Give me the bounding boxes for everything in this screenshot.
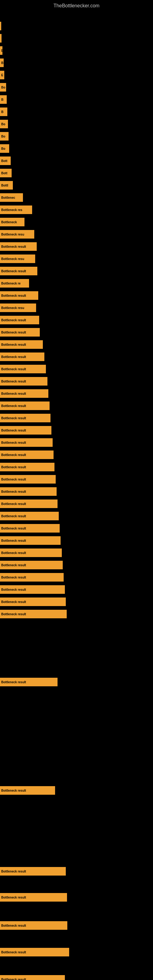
bar-row: Bo <box>0 118 153 130</box>
bar-label: B <box>1 110 3 114</box>
bar-label: Bottleneck result <box>1 588 26 591</box>
bar: Bottleneck result <box>0 561 63 569</box>
bar-row: Bo <box>0 81 153 94</box>
bar-label: Bottleneck result <box>1 453 26 457</box>
bar-label: Bottleneck result <box>1 514 26 518</box>
bar: Bottleneck result <box>0 365 46 373</box>
bar-row: Bott <box>0 167 153 179</box>
bar: Bo <box>0 144 9 153</box>
bar-row: E <box>0 69 153 81</box>
bar-row: Bottleneck result <box>0 265 153 277</box>
bar-label: B <box>1 61 3 65</box>
bar-row: Bottleneck result <box>0 891 153 904</box>
bar-row <box>0 32 153 45</box>
bar: Bottleneck resu <box>0 255 35 263</box>
bar-row: Bottleneck result <box>0 412 153 424</box>
bar: Bottleneck re <box>0 279 29 288</box>
bar-row: Bottleneck resu <box>0 302 153 314</box>
bar: Bottleneck <box>0 218 24 226</box>
bar-label: Bottleneck result <box>1 563 26 567</box>
bar-label: Bottleneck re <box>1 282 21 285</box>
bar-row: Bottleneck resu <box>0 228 153 240</box>
bar-row: Bottleneck result <box>0 461 153 473</box>
bar-label: Bottleneck result <box>1 404 26 407</box>
bar-label: Bottleneck result <box>1 490 26 493</box>
bar-label: Bottleneck result <box>1 318 26 322</box>
bar-label: Bottleneck result <box>1 951 26 954</box>
bar: B <box>0 108 7 116</box>
bar <box>0 34 2 43</box>
bar: Bottleneck resu <box>0 304 36 312</box>
bar-row: B <box>0 57 153 69</box>
bar-label: Bo <box>1 147 5 150</box>
bar: Bottleneck result <box>0 921 67 930</box>
bar-label: Bottleneck result <box>1 612 26 616</box>
bar: Bottleneck result <box>0 291 38 300</box>
bar-label: Bottleneck result <box>1 368 26 371</box>
bar-row: Bottleneck res <box>0 204 153 216</box>
bar-label: Bottleneck result <box>1 870 26 873</box>
bar-label: Bottleneck result <box>1 343 26 346</box>
bar-row: B <box>0 94 153 106</box>
bar: Bottleneck result <box>0 500 57 508</box>
bar: B <box>0 59 4 67</box>
bar: Bo <box>0 120 8 128</box>
bar: Bottleneck result <box>0 524 60 533</box>
bar: Bo <box>0 83 6 92</box>
bar: Bottleneck result <box>0 401 49 410</box>
bar-label: Bottleneck resu <box>1 233 24 236</box>
bar-label: Bottleneck result <box>1 355 26 359</box>
bar: Bottleneck result <box>0 512 59 520</box>
bar-label: Bottleneck result <box>1 245 26 248</box>
bar: Bott <box>0 156 11 165</box>
bar-label: Bottleneck result <box>1 478 26 481</box>
bar-row: Bottleneck result <box>0 424 153 436</box>
bar: Bottleneck resu <box>0 230 34 239</box>
bar-label: Bottleneck result <box>1 441 26 444</box>
bar-label: Bottleneck result <box>1 978 26 980</box>
bar-label: Bo <box>1 86 5 89</box>
bar: Bottleneck result <box>0 328 40 337</box>
bar: Bottleneck result <box>0 267 37 275</box>
site-title: TheBottlenecker.com <box>0 1 153 11</box>
bar-row: B <box>0 106 153 118</box>
bar-row: Bottleneck result <box>0 920 153 932</box>
bar: Bottleneck result <box>0 867 66 875</box>
bar: Bottleneck res <box>0 205 32 214</box>
bar-row: Bottleneck result <box>0 547 153 559</box>
bar: Bottleneck result <box>0 948 69 956</box>
bar: Bottleneck result <box>0 975 65 980</box>
bar: Bottleneck result <box>0 610 67 618</box>
bar-row: Bottleneck result <box>0 326 153 339</box>
bar: Bottleneck result <box>0 549 62 557</box>
bar-label: E <box>1 73 3 77</box>
bar-row: Bottleneck result <box>0 339 153 351</box>
bar <box>0 22 1 30</box>
bar: Bottleneck result <box>0 426 51 434</box>
bar-label: Bottleneck result <box>1 681 26 684</box>
bar: Bottleneck result <box>0 438 53 447</box>
bar: Bottleneck result <box>0 242 37 251</box>
bar-row: Bottleneck resu <box>0 253 153 265</box>
bar-label: Bottleneck result <box>1 429 26 432</box>
bar-row: Bottleneck result <box>0 535 153 547</box>
bar: Bottleneck result <box>0 536 61 545</box>
bar-row: Bottleneck result <box>0 449 153 461</box>
bar-label: Bottleneck result <box>1 294 26 298</box>
bar-row: Bottleneck result <box>0 314 153 326</box>
bar: Bottl <box>0 181 13 189</box>
bar: Bottleneck result <box>0 414 51 422</box>
bar-label: Bottleneck resu <box>1 306 24 310</box>
bar: E <box>0 71 4 79</box>
bar-row: Bottleneck result <box>0 400 153 412</box>
bar-row: Bottleneck result <box>0 510 153 522</box>
bar-row: Bottleneck result <box>0 676 153 688</box>
bar-row: Bottleneck re <box>0 277 153 290</box>
bar: Bottleneck result <box>0 389 48 398</box>
bar: Bottleneck result <box>0 598 66 606</box>
bar-label: Bott <box>1 172 7 175</box>
bar: Bottleneck result <box>0 316 39 324</box>
bar-label: Bottlenec <box>1 196 15 199</box>
bar-label: Bottleneck <box>1 221 17 224</box>
bar-row: Bottl <box>0 179 153 191</box>
